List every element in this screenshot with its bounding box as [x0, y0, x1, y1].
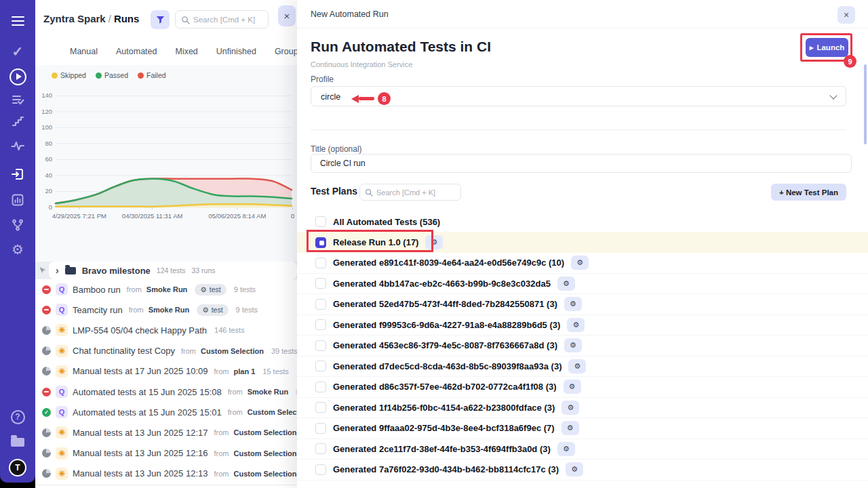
- generated-plan-row[interactable]: Generated 2ce11f7d-38ef-44fe-b353-4f694f…: [297, 439, 868, 460]
- sidebar-item-help[interactable]: ?: [7, 406, 28, 428]
- plan-settings-button[interactable]: ⚙: [571, 256, 589, 270]
- generated-plan-row[interactable]: Generated d86c357f-57ee-462d-b702-0772ca…: [297, 377, 868, 398]
- funnel-icon: [156, 16, 165, 24]
- tab-manual[interactable]: Manual: [70, 47, 98, 56]
- checkbox-unchecked[interactable]: [315, 423, 326, 434]
- scrollbar-thumb[interactable]: [864, 64, 867, 144]
- checkbox-unchecked[interactable]: [315, 319, 326, 330]
- plan-settings-button[interactable]: ⚙: [561, 401, 579, 415]
- checkbox-unchecked[interactable]: [315, 278, 326, 289]
- plan-settings-button[interactable]: ⚙: [566, 462, 583, 476]
- menu-button[interactable]: [7, 10, 28, 32]
- plan-settings-button[interactable]: ⚙: [561, 421, 579, 435]
- sidebar-item-test-plans[interactable]: [7, 89, 28, 110]
- generated-plan-row[interactable]: Generated 1f14b256-f0bc-4154-a622-b23800…: [297, 398, 868, 419]
- run-from-label: from: [129, 306, 144, 314]
- expand-chevron-icon[interactable]: ›: [56, 266, 59, 275]
- sidebar-item-branches[interactable]: [7, 214, 28, 236]
- plan-settings-button[interactable]: ⚙: [425, 235, 443, 249]
- run-list-item[interactable]: ✳ Manual tests at 13 Jun 2025 12:16 from…: [35, 443, 297, 464]
- sidebar-item-tests[interactable]: ✓: [7, 41, 28, 62]
- run-type-icon: ✳: [56, 447, 68, 460]
- generated-plan-row[interactable]: Generated d7dec5cd-8cda-463d-8b5c-89039f…: [297, 357, 868, 378]
- checkbox-unchecked[interactable]: [315, 299, 326, 310]
- checkbox-unchecked[interactable]: [315, 402, 326, 413]
- tab-mixed[interactable]: Mixed: [175, 47, 197, 56]
- run-list-item[interactable]: ✳ Chat functinality test Copy from Custo…: [35, 341, 297, 361]
- sidebar-item-projects[interactable]: [7, 431, 28, 453]
- plan-settings-button[interactable]: ⚙: [564, 380, 581, 394]
- plan-settings-button[interactable]: ⚙: [564, 338, 582, 352]
- sidebar-item-settings[interactable]: ⚙: [7, 239, 28, 260]
- generated-plan-row[interactable]: Generated 4bb147ac-eb2c-4663-b99b-9c8e3c…: [297, 274, 868, 295]
- panel-close-button[interactable]: ×: [278, 5, 296, 26]
- run-source: Custom Selection: [201, 347, 264, 355]
- checkbox-unchecked[interactable]: [315, 216, 326, 227]
- run-type-icon: ✳: [56, 345, 68, 357]
- run-badge[interactable]: ⚙test: [195, 284, 226, 296]
- generated-plan-row[interactable]: Generated 4563ec86-3f79-4e5c-8087-8f7636…: [297, 336, 868, 357]
- sidebar-item-steps[interactable]: [7, 110, 28, 132]
- generated-plan-row[interactable]: Generated 9ffaaa02-975d-4b3e-8ee4-bcf318…: [297, 418, 868, 439]
- breadcrumb-project[interactable]: Zyntra Spark: [43, 13, 106, 24]
- new-test-plan-button[interactable]: + New Test Plan: [771, 184, 846, 201]
- milestone-row[interactable]: › Bravo milestone 124 tests 33 runs: [49, 262, 297, 279]
- checkbox-unchecked[interactable]: [315, 464, 326, 475]
- checkbox-unchecked[interactable]: [315, 258, 326, 268]
- tab-groups[interactable]: Groups: [275, 47, 297, 56]
- tab-unfinished[interactable]: Unfinished: [216, 47, 256, 56]
- generated-plan-row[interactable]: Generated e891c41f-8039-4e64-aa24-e0d56e…: [297, 253, 868, 274]
- cursor-icon: [39, 266, 46, 274]
- run-list-item[interactable]: ✳ Manual tests at 13 Jun 2025 12:13 from…: [35, 464, 297, 484]
- help-icon: ?: [11, 410, 25, 424]
- test-plans-search-input[interactable]: [376, 184, 458, 200]
- run-type-icon: ✳: [56, 426, 68, 439]
- filter-button[interactable]: [151, 10, 170, 29]
- checkbox-unchecked[interactable]: [315, 443, 326, 454]
- run-list-item[interactable]: Q Teamcity run from Smoke Run ⚙test 9 te…: [35, 300, 297, 320]
- profile-select[interactable]: circle: [311, 86, 846, 106]
- gear-icon: ⚙: [200, 285, 206, 293]
- plan-row-all[interactable]: All Automated Tests (536): [297, 211, 868, 232]
- checkbox-checked[interactable]: [315, 237, 326, 248]
- search-icon: [365, 188, 373, 197]
- sidebar-item-import[interactable]: [7, 163, 28, 185]
- generated-plan-row[interactable]: Generated 52ed47b5-473f-44ff-8ded-7b2842…: [297, 294, 868, 315]
- plan-settings-button[interactable]: ⚙: [568, 359, 586, 373]
- run-badge[interactable]: ⚙test: [197, 304, 228, 316]
- checkbox-unchecked[interactable]: [315, 382, 326, 392]
- run-count: 9 tests: [234, 285, 256, 293]
- user-avatar[interactable]: T: [7, 457, 28, 479]
- launch-button[interactable]: ▶ Launch: [806, 38, 848, 57]
- generated-plan-row[interactable]: Generated 7a76f022-93d0-434b-b462-bb8114…: [297, 460, 868, 481]
- runs-panel: Zyntra Spark/Runs × Manual Automated Mix…: [35, 0, 297, 488]
- gear-icon: ⚙: [567, 424, 574, 432]
- run-list-item[interactable]: Q Automated tests at 15 Jun 2025 15:08 f…: [35, 382, 297, 402]
- run-list-item[interactable]: ✳ LMP-554 05/04 check Happy Path 146 tes…: [35, 320, 297, 340]
- sidebar-item-pulse[interactable]: [7, 135, 28, 157]
- plan-settings-button[interactable]: ⚙: [567, 318, 585, 332]
- modal-close-button[interactable]: ×: [837, 6, 855, 24]
- checkbox-unchecked[interactable]: [315, 361, 326, 371]
- legend-skipped: Skipped: [52, 71, 86, 79]
- plan-label: Generated 9ffaaa02-975d-4b3e-8ee4-bcf318…: [333, 423, 555, 433]
- sidebar-item-analytics[interactable]: [7, 189, 28, 211]
- run-source: Smoke Run: [146, 285, 188, 293]
- profile-label: Profile: [311, 75, 334, 84]
- run-list-item[interactable]: ✓ Q Automated tests at 15 Jun 2025 15:01…: [35, 402, 297, 422]
- tab-automated[interactable]: Automated: [116, 47, 157, 56]
- title-input[interactable]: [311, 154, 852, 173]
- plan-row-selected[interactable]: Release Run 1.0 (17) ⚙: [297, 232, 868, 253]
- plan-settings-button[interactable]: ⚙: [557, 277, 575, 291]
- run-list-item[interactable]: Q Bamboo run from Smoke Run ⚙test 9 test…: [35, 279, 297, 300]
- plan-settings-button[interactable]: ⚙: [557, 442, 575, 456]
- checkbox-unchecked[interactable]: [315, 340, 326, 351]
- sidebar-item-runs[interactable]: [7, 66, 28, 87]
- run-list-item[interactable]: ✳ Manual tests at 17 Jun 2025 10:09 from…: [35, 361, 297, 382]
- run-list-item[interactable]: ✳ Manual tests at 13 Jun 2025 12:17 from…: [35, 422, 297, 443]
- run-from-label: from: [214, 470, 229, 478]
- search-input[interactable]: [193, 11, 267, 28]
- plan-settings-button[interactable]: ⚙: [564, 297, 582, 311]
- generated-plan-row[interactable]: Generated f99953c6-9d6a-4227-91a8-e4a882…: [297, 315, 868, 336]
- run-title: Chat functinality test Copy: [73, 346, 175, 356]
